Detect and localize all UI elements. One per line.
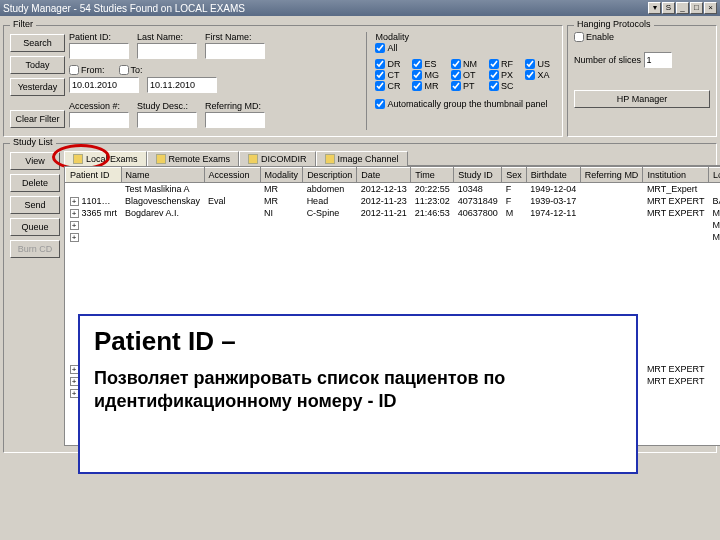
modality-all-check[interactable]: All [375, 43, 550, 53]
mod-check[interactable]: MR [412, 81, 439, 91]
table-row[interactable]: Test Maslikina AMRabdomen2012-12-1320:22… [66, 183, 721, 196]
mod-check[interactable]: MG [412, 70, 439, 80]
col-header[interactable]: Location [708, 168, 720, 183]
col-header[interactable]: Birthdate [526, 168, 580, 183]
yesterday-button[interactable]: Yesterday [10, 78, 65, 96]
hp-enable-check[interactable]: Enable [574, 32, 614, 42]
patient-id-input[interactable] [69, 43, 129, 59]
col-header[interactable]: Referring MD [580, 168, 643, 183]
view-button[interactable]: View [10, 152, 60, 170]
autogroup-check[interactable]: Automatically group the thumbnail panel [375, 99, 550, 109]
mod-check[interactable]: CT [375, 70, 400, 80]
col-header[interactable]: Study ID [454, 168, 502, 183]
table-row[interactable]: +MR4 [66, 219, 721, 231]
modality-grid: DR ES NM RF US CT MG OT PX XA CR MR PT S… [375, 59, 556, 91]
queue-button[interactable]: Queue [10, 218, 60, 236]
mod-check[interactable]: CR [375, 81, 400, 91]
mod-check[interactable]: XA [525, 70, 550, 80]
minimize-button[interactable]: _ [676, 2, 689, 14]
col-header[interactable]: Sex [502, 168, 527, 183]
hanging-legend: Hanging Protocols [574, 19, 654, 29]
col-header[interactable]: Date [357, 168, 411, 183]
ref-md-label: Referring MD: [205, 101, 265, 111]
filter-legend: Filter [10, 19, 36, 29]
mod-check[interactable]: RF [489, 59, 514, 69]
patient-id-label: Patient ID: [69, 32, 129, 42]
col-header[interactable]: Accession [204, 168, 260, 183]
col-header[interactable]: Modality [260, 168, 303, 183]
mod-check[interactable]: DR [375, 59, 400, 69]
from-date-input[interactable] [69, 77, 139, 93]
expand-icon[interactable]: + [70, 209, 79, 218]
image-icon [325, 154, 335, 164]
today-button[interactable]: Today [10, 56, 65, 74]
maximize-button[interactable]: □ [690, 2, 703, 14]
study-list-legend: Study List [10, 137, 56, 147]
tab-local-exams[interactable]: Local Exams [64, 151, 147, 166]
modality-label: Modality [375, 32, 556, 42]
filter-group: Filter Search Today Yesterday Clear Filt… [3, 25, 563, 137]
expand-icon[interactable]: + [70, 197, 79, 206]
nslices-label: Number of slices [574, 55, 641, 65]
last-name-input[interactable] [137, 43, 197, 59]
to-check[interactable]: To: [119, 65, 143, 75]
accession-input[interactable] [69, 112, 129, 128]
callout-title: Patient ID – [94, 326, 622, 357]
first-name-input[interactable] [205, 43, 265, 59]
disc-icon [248, 154, 258, 164]
tabstrip: Local Exams Remote Exams DICOMDIR Image … [64, 150, 720, 166]
callout-body: Позволяет ранжировать список пациентов п… [94, 367, 622, 412]
hanging-group: Hanging Protocols Enable Number of slice… [567, 25, 717, 137]
mod-check[interactable]: SC [489, 81, 514, 91]
expand-icon[interactable]: + [70, 233, 79, 242]
titlebar: Study Manager - 54 Studies Found on LOCA… [0, 0, 720, 16]
study-desc-input[interactable] [137, 112, 197, 128]
tab-remote-exams[interactable]: Remote Exams [147, 151, 240, 166]
mod-check[interactable]: OT [451, 70, 477, 80]
first-name-label: First Name: [205, 32, 265, 42]
table-row[interactable]: +3365 mrtBogdarev A.I.NIC-Spine2012-11-2… [66, 207, 721, 219]
s-button[interactable]: S [662, 2, 675, 14]
mod-check[interactable]: PX [489, 70, 514, 80]
mod-check[interactable]: US [525, 59, 550, 69]
search-button[interactable]: Search [10, 34, 65, 52]
col-header[interactable]: Time [411, 168, 454, 183]
callout-overlay: Patient ID – Позволяет ранжировать списо… [78, 314, 638, 474]
study-desc-label: Study Desc.: [137, 101, 197, 111]
burn-cd-button[interactable]: Burn CD [10, 240, 60, 258]
mod-check[interactable]: ES [412, 59, 439, 69]
table-row[interactable]: +MR4 [66, 231, 721, 243]
accession-label: Accession #: [69, 101, 129, 111]
col-header[interactable]: Institution [643, 168, 709, 183]
col-header[interactable]: Description [303, 168, 357, 183]
tab-dicomdir[interactable]: DICOMDIR [239, 151, 316, 166]
col-header[interactable]: Name [121, 168, 204, 183]
delete-button[interactable]: Delete [10, 174, 60, 192]
last-name-label: Last Name: [137, 32, 197, 42]
send-button[interactable]: Send [10, 196, 60, 214]
network-icon [156, 154, 166, 164]
from-check[interactable]: From: [69, 65, 105, 75]
to-date-input[interactable] [147, 77, 217, 93]
folder-icon [73, 154, 83, 164]
close-button[interactable]: × [704, 2, 717, 14]
table-row[interactable]: +1101…BlagoveschenskayEvalMRHead2012-11-… [66, 195, 721, 207]
dropdown-button[interactable]: ▾ [648, 2, 661, 14]
mod-check[interactable]: NM [451, 59, 477, 69]
clear-filter-button[interactable]: Clear Filter [10, 110, 65, 128]
col-header[interactable]: Patient ID [66, 168, 122, 183]
tab-image-channel[interactable]: Image Channel [316, 151, 408, 166]
window-title: Study Manager - 54 Studies Found on LOCA… [3, 3, 647, 14]
nslices-input[interactable] [644, 52, 672, 68]
hp-manager-button[interactable]: HP Manager [574, 90, 710, 108]
expand-icon[interactable]: + [70, 221, 79, 230]
ref-md-input[interactable] [205, 112, 265, 128]
mod-check[interactable]: PT [451, 81, 477, 91]
